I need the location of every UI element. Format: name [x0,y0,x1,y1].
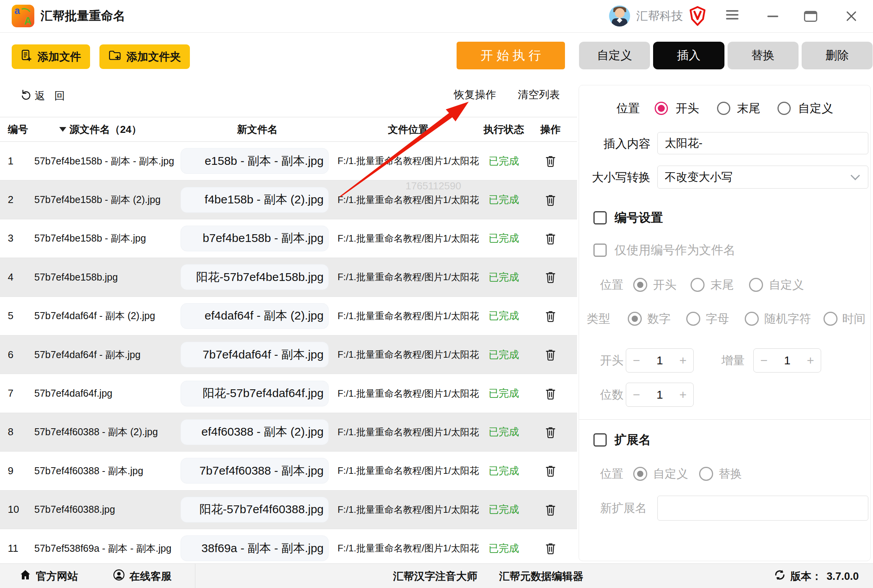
new-name-input[interactable]: 阳花-57b7ef4daf64f.jpg [181,381,329,406]
new-name-input[interactable]: ef4f60388 - 副本 (2).jpg [181,419,329,445]
delete-row-button[interactable] [542,462,559,479]
radio-option[interactable] [655,102,668,115]
increment-stepper: − 1 + [753,348,821,373]
radio-option [686,312,700,326]
new-name-input[interactable]: 阳花-57b7ef4f60388.jpg [181,497,329,523]
delete-row-button[interactable] [542,152,559,170]
file-location: F:/1.批量重命名教程/图片1/太阳花 [334,348,482,361]
tab-insert[interactable]: 插入 [653,42,724,69]
official-site-link[interactable]: 官方网站 [19,569,78,583]
table-row: 1057b7ef4f60388.jpg阳花-57b7ef4f60388.jpgF… [0,491,577,529]
minimize-button[interactable] [767,16,778,17]
footer-bar: 官方网站 在线客服 汇帮汉字注音大师 汇帮元数据编辑器 版本：3.7.0.0 [0,563,873,588]
insert-content-label: 插入内容 [579,136,650,152]
file-location: F:/1.批量重命名教程/图片1/太阳花 [334,464,482,477]
radio-option[interactable] [717,102,730,115]
back-button[interactable]: 返 回 [19,89,68,103]
maximize-button[interactable] [804,11,817,22]
extension-label: 扩展名 [614,432,651,448]
footer-divider [195,564,195,588]
file-location: F:/1.批量重命名教程/图片1/太阳花 [334,194,482,206]
delete-row-button[interactable] [542,230,559,247]
new-name-input[interactable]: 阳花-57b7ef4be158b.jpg [181,264,329,290]
start-value: 1 [657,354,663,367]
support-person-icon [113,569,125,583]
restore-action-button[interactable]: 恢复操作 [454,88,496,102]
row-index: 4 [8,271,34,283]
update-icon[interactable] [774,569,786,583]
case-convert-select[interactable]: 不改变大小写 [657,166,868,189]
add-folder-button[interactable]: 添加文件夹 [99,44,190,69]
clear-list-button[interactable]: 清空列表 [518,88,560,102]
new-name-input[interactable]: e158b - 副本 - 副本.jpg [181,148,329,174]
radio-option [633,278,647,292]
radio-option-label: 数字 [647,311,671,327]
new-name-input[interactable]: 7b7ef4daf64f - 副本.jpg [181,342,329,367]
user-avatar[interactable] [609,5,630,26]
radio-option[interactable] [777,102,791,115]
delete-row-button[interactable] [542,385,559,402]
extension-row: 扩展名 [593,431,651,449]
number-only-row: 仅使用编号作为文件名 [593,242,735,259]
product-pinyin-link[interactable]: 汇帮汉字注音大师 [393,569,477,583]
insert-content-input[interactable]: 太阳花- [657,132,868,154]
status-badge: 已完成 [482,193,525,207]
extension-checkbox[interactable] [593,433,607,447]
app-title: 汇帮批量重命名 [41,8,125,24]
add-file-button[interactable]: 添加文件 [12,44,90,69]
delete-row-button[interactable] [542,307,559,325]
radio-option [749,278,763,292]
delete-row-button[interactable] [542,191,559,208]
table-row: 1157b7ef538f69a - 副本 - 副本.jpg38f69a - 副本… [0,529,577,563]
status-badge: 已完成 [482,270,525,284]
delete-row-button[interactable] [542,501,559,518]
execute-button[interactable]: 开始执行 [457,42,565,69]
new-name-input[interactable]: ef4daf64f - 副本 (2).jpg [181,303,329,329]
row-index: 3 [8,232,34,244]
tab-replace[interactable]: 替换 [728,42,799,69]
source-filename: 57b7ef4daf64f - 副本.jpg [34,348,181,361]
status-badge: 已完成 [482,464,525,478]
table-row: 657b7ef4daf64f - 副本.jpg7b7ef4daf64f - 副本… [0,335,577,374]
source-filename: 57b7ef4daf64f.jpg [34,388,181,399]
table-row: 257b7ef4be158b - 副本 (2).jpgf4be158b - 副本… [0,180,577,219]
case-convert-label: 大小写转换 [579,170,650,185]
numbering-setting-row: 编号设置 [593,209,663,226]
delete-row-button[interactable] [542,268,559,286]
radio-option-label: 开头 [676,101,699,117]
source-filename: 57b7ef4f60388 - 副本 (2).jpg [34,426,181,438]
number-only-label: 仅使用编号作为文件名 [614,242,735,258]
numbering-checkbox[interactable] [593,211,607,224]
version-info: 版本：3.7.0.0 [774,569,859,583]
vip-badge-icon[interactable] [689,6,707,28]
radio-option-label: 自定义 [653,466,688,482]
delete-row-button[interactable] [542,424,559,441]
new-name-input[interactable]: 7b7ef4f60388 - 副本.jpg [181,458,329,484]
tab-custom[interactable]: 自定义 [579,42,650,69]
close-button[interactable] [845,10,859,23]
chevron-down-icon [850,171,860,180]
delete-row-button[interactable] [542,540,559,557]
panel-divider [579,419,870,420]
header-source[interactable]: 源文件名（24） [34,123,181,136]
table-header: 编号 源文件名（24） 新文件名 文件位置 执行状态 操作 [0,117,577,142]
increment-label: 增量 [721,353,745,369]
product-metadata-link[interactable]: 汇帮元数据编辑器 [499,569,583,583]
new-name-input[interactable]: f4be158b - 副本 (2).jpg [181,187,329,213]
online-support-link[interactable]: 在线客服 [113,569,172,583]
header-index: 编号 [8,123,34,136]
delete-row-button[interactable] [542,346,559,363]
new-name-input[interactable]: 38f69a - 副本 - 副本.jpg [181,535,329,561]
new-name-input[interactable]: b7ef4be158b - 副本.jpg [181,226,329,251]
radio-option [699,467,713,481]
menu-button[interactable] [726,10,738,22]
plus-icon: + [679,353,687,368]
row-index: 8 [8,426,34,438]
table-row: 557b7ef4daf64f - 副本 (2).jpgef4daf64f - 副… [0,297,577,335]
table-row: 357b7ef4be158b - 副本.jpgb7ef4be158b - 副本.… [0,219,577,258]
tab-delete[interactable]: 删除 [802,42,873,69]
increment-value: 1 [784,354,791,367]
insert-settings-panel: 位置 开头末尾自定义 插入内容 太阳花- 大小写转换 不改变大小写 编号设置 仅… [579,85,871,561]
number-type-group: 数字字母随机字符时间 [579,310,870,327]
table-row: 457b7ef4be158b.jpg阳花-57b7ef4be158b.jpgF:… [0,258,577,297]
